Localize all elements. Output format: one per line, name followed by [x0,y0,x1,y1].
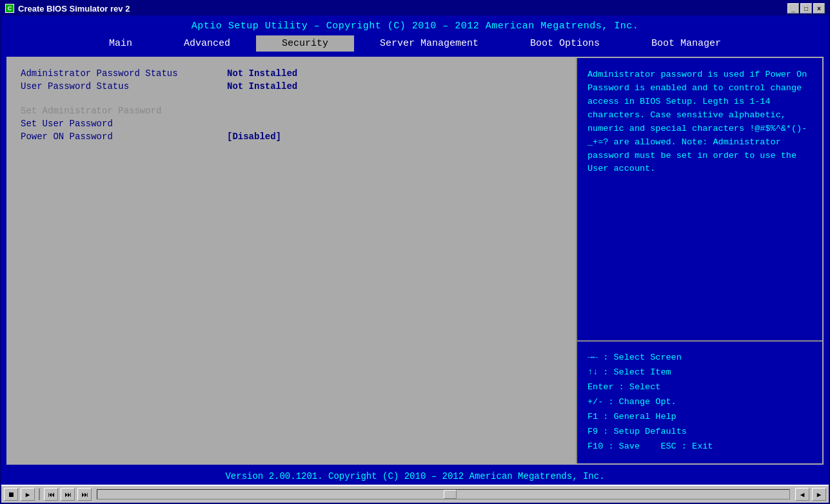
taskbar-btn-prev[interactable]: ⏮ [44,488,58,501]
key-help-line-3: Enter : Select [588,380,812,395]
title-bar: C Create BIOS Simulator rev 2 _ □ × [1,1,829,15]
taskbar-sep-1 [39,489,40,500]
taskbar-right-btn-2[interactable]: ▶ [812,488,826,501]
right-panel: Administrator password is used if Power … [577,58,822,463]
bios-header: Aptio Setup Utility – Copyright (C) 2010… [1,15,829,35]
taskbar-btn-prev2[interactable]: ⏭ [61,488,75,501]
bios-footer: Version 2.00.1201. Copyright (C) 2010 – … [1,467,829,485]
close-button[interactable]: × [813,3,825,14]
tab-boot-options[interactable]: Boot Options [504,35,626,52]
taskbar-slider-thumb[interactable] [444,490,457,499]
taskbar-right-btns: ◀ ▶ [795,488,826,501]
key-help-line-4: +/- : Change Opt. [588,395,812,410]
spacer-1 [21,94,563,106]
power-on-password-row[interactable]: Power ON Password [Disabled] [21,131,563,142]
set-user-password-row[interactable]: Set User Password [21,119,563,129]
taskbar-btn-next[interactable]: ⏭ [77,488,92,501]
bios-container: Aptio Setup Utility – Copyright (C) 2010… [1,15,829,503]
maximize-button[interactable]: □ [800,3,812,14]
bios-content: Administrator Password Status Not Instal… [6,57,824,465]
admin-password-status-row: Administrator Password Status Not Instal… [21,68,563,79]
header-title: Aptio Setup Utility – Copyright (C) 2010… [192,21,639,32]
app-icon: C [5,4,14,13]
window-title: Create BIOS Simulator rev 2 [18,4,130,14]
admin-password-status-value: Not Installed [227,68,297,79]
taskbar-right-btn-1[interactable]: ◀ [795,488,809,501]
help-text-content: Administrator password is used if Power … [588,70,807,173]
set-user-password-label: Set User Password [21,119,227,129]
tab-server-management[interactable]: Server Management [354,35,504,52]
set-admin-password-label: Set Administrator Password [21,106,227,116]
set-admin-password-row[interactable]: Set Administrator Password [21,106,563,116]
title-bar-controls: _ □ × [787,3,825,14]
tab-main[interactable]: Main [83,35,158,52]
power-on-password-value: [Disabled] [227,131,281,142]
key-help-line-6: F9 : Setup Defaults [588,425,812,440]
user-password-status-value: Not Installed [227,81,297,92]
power-on-password-label: Power ON Password [21,131,227,142]
title-bar-left: C Create BIOS Simulator rev 2 [5,4,130,14]
user-password-status-label: User Password Status [21,81,227,92]
key-help-line-1: →← : Select Screen [588,351,812,365]
key-help-line-7: F10 : Save ESC : Exit [588,440,812,454]
key-help: →← : Select Screen ↑↓ : Select Item Ente… [577,342,822,463]
user-password-status-row: User Password Status Not Installed [21,81,563,92]
main-window: C Create BIOS Simulator rev 2 _ □ × Apti… [0,0,830,504]
admin-password-status-label: Administrator Password Status [21,68,227,79]
help-text: Administrator password is used if Power … [577,58,822,342]
left-panel: Administrator Password Status Not Instal… [8,58,577,463]
tab-security[interactable]: Security [256,35,354,52]
key-help-line-5: F1 : General Help [588,410,812,425]
key-help-line-2: ↑↓ : Select Item [588,365,812,380]
bios-nav: Main Advanced Security Server Management… [1,35,829,54]
taskbar-slider[interactable] [97,489,790,499]
tab-advanced[interactable]: Advanced [158,35,256,52]
tab-boot-manager[interactable]: Boot Manager [626,35,747,52]
taskbar-btn-play[interactable]: ▶ [21,488,35,501]
taskbar-btn-1[interactable]: ⏹ [4,488,18,501]
footer-text: Version 2.00.1201. Copyright (C) 2010 – … [225,471,604,481]
minimize-button[interactable]: _ [787,3,799,14]
taskbar: ⏹ ▶ ⏮ ⏭ ⏭ ◀ ▶ [1,485,829,503]
